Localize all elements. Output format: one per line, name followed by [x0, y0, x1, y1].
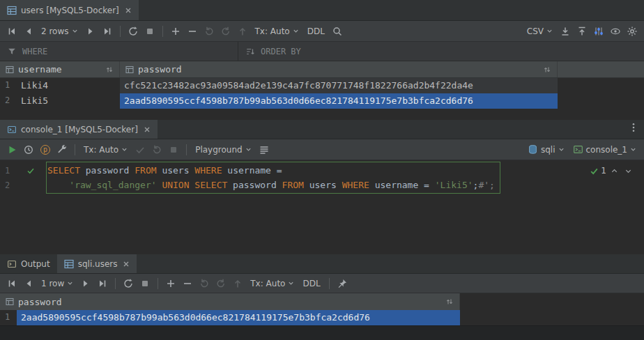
- sort-toggle-icon[interactable]: [105, 65, 114, 74]
- where-filter-field[interactable]: WHERE: [0, 42, 238, 61]
- session-selector[interactable]: console_1: [569, 142, 641, 157]
- column-header-password[interactable]: password: [0, 293, 460, 310]
- undo-button[interactable]: [197, 276, 212, 291]
- previous-page-button[interactable]: [21, 24, 36, 39]
- next-page-button[interactable]: [83, 24, 98, 39]
- previous-page-button[interactable]: [21, 276, 36, 291]
- export-data-button[interactable]: [558, 24, 573, 39]
- separator: [115, 278, 116, 289]
- results-tab-bar: Output sqli.users: [0, 254, 644, 274]
- undo-button[interactable]: [201, 24, 217, 39]
- stop-button[interactable]: [142, 24, 158, 39]
- tab-sqli-users[interactable]: sqli.users: [57, 254, 137, 273]
- chevron-up-icon[interactable]: [608, 165, 620, 176]
- stop-button[interactable]: [137, 276, 153, 291]
- code-line[interactable]: 'raw_sql_danger' UNION SELECT password F…: [47, 178, 644, 192]
- last-page-button[interactable]: [100, 24, 115, 39]
- console-settings-button[interactable]: [54, 142, 70, 157]
- tab-title: console_1 [MySQL5-Docker]: [21, 125, 138, 134]
- more-options-button[interactable]: [626, 120, 641, 135]
- sort-toggle-icon[interactable]: [543, 65, 551, 74]
- chevron-down-icon: [72, 28, 78, 34]
- schema-label: sqli: [541, 145, 555, 155]
- separator: [120, 26, 121, 37]
- table-row[interactable]: 12aad5890595ccf4598b787b99ab563d0d66ec82…: [0, 310, 644, 325]
- export-format-selector[interactable]: CSV: [523, 24, 556, 39]
- console-icon: [573, 144, 583, 155]
- parameters-button[interactable]: p: [38, 142, 53, 157]
- tab-console[interactable]: console_1 [MySQL5-Docker]: [0, 120, 158, 139]
- result-grid-toolbar: 1 row Tx: Auto DDL: [0, 274, 644, 293]
- playground-mode-selector[interactable]: Playground: [192, 142, 254, 157]
- cell-username[interactable]: Liki4: [17, 78, 120, 93]
- cell-password[interactable]: 2aad5890595ccf4598b787b99ab563d0d66ec821…: [120, 93, 558, 109]
- reload-button[interactable]: [125, 24, 141, 39]
- table-row[interactable]: 1Liki4cfc521c23482ac93a09584ad2e139c4a7f…: [0, 78, 644, 93]
- ddl-button[interactable]: DDL: [304, 24, 328, 39]
- tab-output[interactable]: Output: [0, 254, 57, 273]
- close-icon[interactable]: [144, 126, 151, 133]
- tx-mode-selector[interactable]: Tx: Auto: [252, 24, 302, 39]
- chevron-down-icon: [245, 146, 252, 153]
- cell-username[interactable]: Liki5: [17, 93, 120, 109]
- table-icon: [7, 6, 17, 15]
- last-page-button[interactable]: [95, 276, 110, 291]
- cell-password[interactable]: cfc521c23482ac93a09584ad2e139c4a7fc87077…: [120, 78, 558, 93]
- cell-password[interactable]: 2aad5890595ccf4598b787b99ab563d0d66ec821…: [17, 310, 460, 325]
- close-icon[interactable]: [123, 261, 130, 268]
- session-label: console_1: [586, 145, 628, 155]
- import-data-button[interactable]: [574, 24, 590, 39]
- separator: [329, 278, 330, 289]
- search-button[interactable]: [330, 24, 345, 39]
- top-grid-body: 1Liki4cfc521c23482ac93a09584ad2e139c4a7f…: [0, 78, 644, 109]
- sql-editor[interactable]: 12 SELECT password FROM users WHERE user…: [0, 160, 644, 254]
- output-icon: [7, 259, 17, 269]
- view-options-button[interactable]: [591, 24, 606, 39]
- result-grid-header: password: [0, 293, 644, 310]
- delete-row-button[interactable]: [185, 24, 200, 39]
- rollback-button[interactable]: [149, 142, 164, 157]
- ddl-button[interactable]: DDL: [299, 276, 323, 291]
- tx-mode-selector[interactable]: Tx: Auto: [80, 142, 131, 157]
- page-size-selector[interactable]: 1 row: [38, 276, 77, 291]
- reload-button[interactable]: [121, 276, 136, 291]
- commit-button[interactable]: [132, 142, 148, 157]
- redo-button[interactable]: [213, 276, 229, 291]
- first-page-button[interactable]: [4, 24, 20, 39]
- table-row[interactable]: 2Liki52aad5890595ccf4598b787b99ab563d0d6…: [0, 93, 644, 109]
- tab-users-grid[interactable]: users [MySQL5-Docker]: [0, 0, 139, 20]
- pin-tab-button[interactable]: [335, 276, 350, 291]
- execute-button[interactable]: [4, 142, 20, 157]
- redo-button[interactable]: [218, 24, 233, 39]
- code-line[interactable]: SELECT password FROM users WHERE usernam…: [47, 163, 644, 178]
- grid-toolbar: 2 rows Tx: Auto DDL CSV: [0, 21, 644, 42]
- order-by-filter-field[interactable]: ORDER BY: [238, 42, 644, 61]
- row-number: 2: [0, 93, 17, 109]
- submit-button[interactable]: [235, 24, 250, 39]
- page-size-selector[interactable]: 2 rows: [38, 24, 82, 39]
- submit-button[interactable]: [230, 276, 245, 291]
- schema-selector[interactable]: sqli: [524, 142, 568, 157]
- preview-button[interactable]: [608, 24, 623, 39]
- tx-mode-selector[interactable]: Tx: Auto: [247, 276, 298, 291]
- close-icon[interactable]: [125, 7, 132, 14]
- editor-code[interactable]: SELECT password FROM users WHERE usernam…: [45, 160, 644, 254]
- delete-row-button[interactable]: [180, 276, 195, 291]
- column-header-username[interactable]: username: [0, 61, 120, 77]
- output-mode-button[interactable]: [256, 142, 272, 157]
- add-row-button[interactable]: [163, 276, 178, 291]
- table-icon: [64, 259, 74, 269]
- stop-button[interactable]: [166, 142, 181, 157]
- add-row-button[interactable]: [168, 24, 183, 39]
- row-number: 1: [0, 310, 17, 325]
- chevron-down-icon[interactable]: [622, 165, 634, 176]
- chevron-down-icon: [288, 280, 294, 286]
- query-history-button[interactable]: [21, 142, 36, 157]
- sort-toggle-icon[interactable]: [445, 298, 454, 306]
- column-header-password[interactable]: password: [120, 61, 558, 77]
- first-page-button[interactable]: [4, 276, 20, 291]
- next-page-button[interactable]: [78, 276, 93, 291]
- tab-title: Output: [21, 259, 50, 269]
- separator: [75, 144, 75, 155]
- settings-button[interactable]: [624, 24, 640, 39]
